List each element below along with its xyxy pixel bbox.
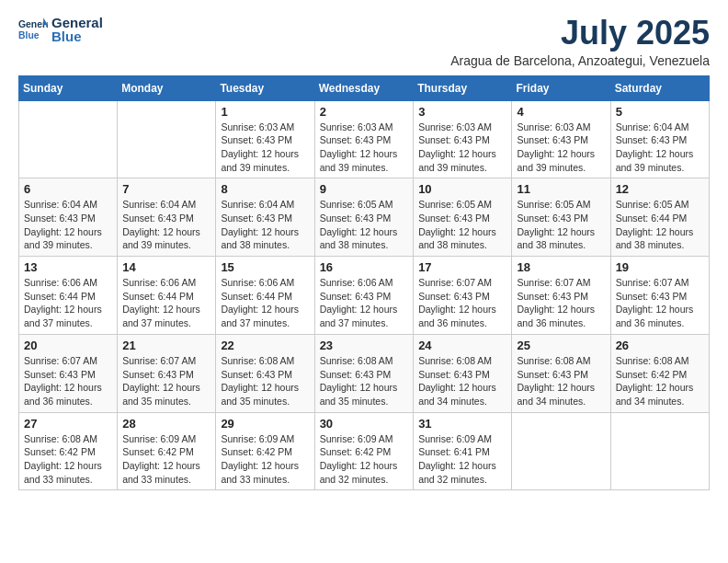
day-number: 13 bbox=[24, 260, 112, 274]
week-row-5: 27Sunrise: 6:08 AM Sunset: 6:42 PM Dayli… bbox=[19, 412, 710, 490]
calendar-cell: 9Sunrise: 6:05 AM Sunset: 6:43 PM Daylig… bbox=[314, 178, 414, 257]
day-info: Sunrise: 6:03 AM Sunset: 6:43 PM Dayligh… bbox=[221, 121, 309, 175]
day-info: Sunrise: 6:07 AM Sunset: 6:43 PM Dayligh… bbox=[517, 276, 605, 330]
day-info: Sunrise: 6:08 AM Sunset: 6:43 PM Dayligh… bbox=[517, 354, 605, 408]
calendar-cell: 2Sunrise: 6:03 AM Sunset: 6:43 PM Daylig… bbox=[314, 100, 414, 178]
calendar-cell: 15Sunrise: 6:06 AM Sunset: 6:44 PM Dayli… bbox=[216, 257, 314, 335]
logo: General Blue General Blue bbox=[18, 15, 103, 44]
day-number: 14 bbox=[122, 260, 210, 274]
day-info: Sunrise: 6:04 AM Sunset: 6:43 PM Dayligh… bbox=[122, 198, 210, 252]
day-number: 7 bbox=[122, 182, 210, 196]
day-info: Sunrise: 6:08 AM Sunset: 6:42 PM Dayligh… bbox=[24, 432, 112, 487]
logo-icon: General Blue bbox=[18, 15, 48, 44]
header-row: SundayMondayTuesdayWednesdayThursdayFrid… bbox=[19, 75, 710, 100]
calendar-cell bbox=[19, 100, 118, 178]
day-info: Sunrise: 6:03 AM Sunset: 6:43 PM Dayligh… bbox=[517, 121, 605, 175]
calendar-cell: 28Sunrise: 6:09 AM Sunset: 6:42 PM Dayli… bbox=[118, 412, 216, 490]
calendar-cell: 8Sunrise: 6:04 AM Sunset: 6:43 PM Daylig… bbox=[216, 178, 314, 257]
calendar-cell: 25Sunrise: 6:08 AM Sunset: 6:43 PM Dayli… bbox=[512, 334, 610, 412]
day-number: 18 bbox=[517, 260, 605, 274]
calendar-cell: 24Sunrise: 6:08 AM Sunset: 6:43 PM Dayli… bbox=[414, 334, 512, 412]
calendar-cell: 14Sunrise: 6:06 AM Sunset: 6:44 PM Dayli… bbox=[118, 257, 216, 335]
calendar-cell bbox=[610, 412, 709, 490]
day-number: 24 bbox=[418, 339, 506, 352]
day-info: Sunrise: 6:09 AM Sunset: 6:41 PM Dayligh… bbox=[418, 432, 506, 487]
day-number: 22 bbox=[221, 339, 309, 352]
calendar-cell: 27Sunrise: 6:08 AM Sunset: 6:42 PM Dayli… bbox=[19, 412, 118, 490]
day-number: 9 bbox=[320, 182, 409, 196]
location-title: Aragua de Barcelona, Anzoategui, Venezue… bbox=[450, 53, 710, 68]
calendar-cell: 26Sunrise: 6:08 AM Sunset: 6:42 PM Dayli… bbox=[610, 334, 709, 412]
day-info: Sunrise: 6:09 AM Sunset: 6:42 PM Dayligh… bbox=[221, 432, 309, 487]
day-number: 2 bbox=[320, 105, 409, 119]
calendar-cell: 21Sunrise: 6:07 AM Sunset: 6:43 PM Dayli… bbox=[118, 334, 216, 412]
day-info: Sunrise: 6:07 AM Sunset: 6:43 PM Dayligh… bbox=[24, 354, 112, 408]
day-number: 19 bbox=[616, 260, 704, 274]
day-info: Sunrise: 6:05 AM Sunset: 6:43 PM Dayligh… bbox=[320, 198, 409, 252]
calendar-cell: 16Sunrise: 6:06 AM Sunset: 6:43 PM Dayli… bbox=[314, 257, 414, 335]
week-row-3: 13Sunrise: 6:06 AM Sunset: 6:44 PM Dayli… bbox=[19, 257, 710, 335]
day-info: Sunrise: 6:04 AM Sunset: 6:43 PM Dayligh… bbox=[24, 198, 112, 252]
day-number: 30 bbox=[320, 417, 409, 431]
day-info: Sunrise: 6:04 AM Sunset: 6:43 PM Dayligh… bbox=[221, 198, 309, 252]
calendar-cell: 10Sunrise: 6:05 AM Sunset: 6:43 PM Dayli… bbox=[414, 178, 512, 257]
calendar-header: SundayMondayTuesdayWednesdayThursdayFrid… bbox=[19, 75, 710, 100]
day-info: Sunrise: 6:06 AM Sunset: 6:44 PM Dayligh… bbox=[122, 276, 210, 330]
calendar-cell: 5Sunrise: 6:04 AM Sunset: 6:43 PM Daylig… bbox=[610, 100, 709, 178]
day-number: 5 bbox=[616, 105, 704, 119]
day-info: Sunrise: 6:04 AM Sunset: 6:43 PM Dayligh… bbox=[616, 121, 704, 175]
calendar-cell: 6Sunrise: 6:04 AM Sunset: 6:43 PM Daylig… bbox=[19, 178, 118, 257]
day-info: Sunrise: 6:06 AM Sunset: 6:44 PM Dayligh… bbox=[221, 276, 309, 330]
page-header: General Blue General Blue July 2025 Arag… bbox=[18, 15, 710, 68]
calendar-cell: 29Sunrise: 6:09 AM Sunset: 6:42 PM Dayli… bbox=[216, 412, 314, 490]
calendar-cell: 3Sunrise: 6:03 AM Sunset: 6:43 PM Daylig… bbox=[414, 100, 512, 178]
week-row-4: 20Sunrise: 6:07 AM Sunset: 6:43 PM Dayli… bbox=[19, 334, 710, 412]
day-info: Sunrise: 6:03 AM Sunset: 6:43 PM Dayligh… bbox=[320, 121, 409, 175]
header-day-friday: Friday bbox=[512, 75, 610, 100]
day-info: Sunrise: 6:08 AM Sunset: 6:43 PM Dayligh… bbox=[320, 354, 409, 408]
day-number: 27 bbox=[24, 417, 112, 431]
day-info: Sunrise: 6:07 AM Sunset: 6:43 PM Dayligh… bbox=[122, 354, 210, 408]
day-number: 31 bbox=[418, 417, 506, 431]
title-block: July 2025 Aragua de Barcelona, Anzoategu… bbox=[450, 15, 710, 68]
calendar-cell: 11Sunrise: 6:05 AM Sunset: 6:43 PM Dayli… bbox=[512, 178, 610, 257]
calendar-cell: 30Sunrise: 6:09 AM Sunset: 6:42 PM Dayli… bbox=[314, 412, 414, 490]
day-info: Sunrise: 6:07 AM Sunset: 6:43 PM Dayligh… bbox=[418, 276, 506, 330]
calendar-table: SundayMondayTuesdayWednesdayThursdayFrid… bbox=[18, 75, 710, 491]
day-number: 10 bbox=[418, 182, 506, 196]
header-day-monday: Monday bbox=[118, 75, 216, 100]
day-number: 21 bbox=[122, 339, 210, 352]
day-info: Sunrise: 6:05 AM Sunset: 6:43 PM Dayligh… bbox=[517, 198, 605, 252]
header-day-thursday: Thursday bbox=[414, 75, 512, 100]
header-day-saturday: Saturday bbox=[610, 75, 709, 100]
calendar-cell bbox=[118, 100, 216, 178]
day-info: Sunrise: 6:05 AM Sunset: 6:44 PM Dayligh… bbox=[616, 198, 704, 252]
calendar-cell: 4Sunrise: 6:03 AM Sunset: 6:43 PM Daylig… bbox=[512, 100, 610, 178]
day-number: 3 bbox=[418, 105, 506, 119]
day-info: Sunrise: 6:05 AM Sunset: 6:43 PM Dayligh… bbox=[418, 198, 506, 252]
calendar-cell: 7Sunrise: 6:04 AM Sunset: 6:43 PM Daylig… bbox=[118, 178, 216, 257]
day-number: 11 bbox=[517, 182, 605, 196]
day-info: Sunrise: 6:08 AM Sunset: 6:43 PM Dayligh… bbox=[221, 354, 309, 408]
week-row-1: 1Sunrise: 6:03 AM Sunset: 6:43 PM Daylig… bbox=[19, 100, 710, 178]
calendar-cell: 19Sunrise: 6:07 AM Sunset: 6:43 PM Dayli… bbox=[610, 257, 709, 335]
day-info: Sunrise: 6:06 AM Sunset: 6:44 PM Dayligh… bbox=[24, 276, 112, 330]
day-number: 4 bbox=[517, 105, 605, 119]
day-number: 16 bbox=[320, 260, 409, 274]
day-number: 28 bbox=[122, 417, 210, 431]
calendar-cell: 23Sunrise: 6:08 AM Sunset: 6:43 PM Dayli… bbox=[314, 334, 414, 412]
calendar-cell: 31Sunrise: 6:09 AM Sunset: 6:41 PM Dayli… bbox=[414, 412, 512, 490]
day-number: 23 bbox=[320, 339, 409, 352]
day-number: 29 bbox=[221, 417, 309, 431]
header-day-sunday: Sunday bbox=[19, 75, 118, 100]
calendar-cell: 12Sunrise: 6:05 AM Sunset: 6:44 PM Dayli… bbox=[610, 178, 709, 257]
week-row-2: 6Sunrise: 6:04 AM Sunset: 6:43 PM Daylig… bbox=[19, 178, 710, 257]
month-title: July 2025 bbox=[450, 15, 710, 52]
calendar-cell bbox=[512, 412, 610, 490]
svg-text:Blue: Blue bbox=[18, 30, 40, 40]
day-number: 1 bbox=[221, 105, 309, 119]
day-info: Sunrise: 6:03 AM Sunset: 6:43 PM Dayligh… bbox=[418, 121, 506, 175]
day-number: 15 bbox=[221, 260, 309, 274]
logo-blue: Blue bbox=[51, 29, 103, 44]
day-number: 17 bbox=[418, 260, 506, 274]
